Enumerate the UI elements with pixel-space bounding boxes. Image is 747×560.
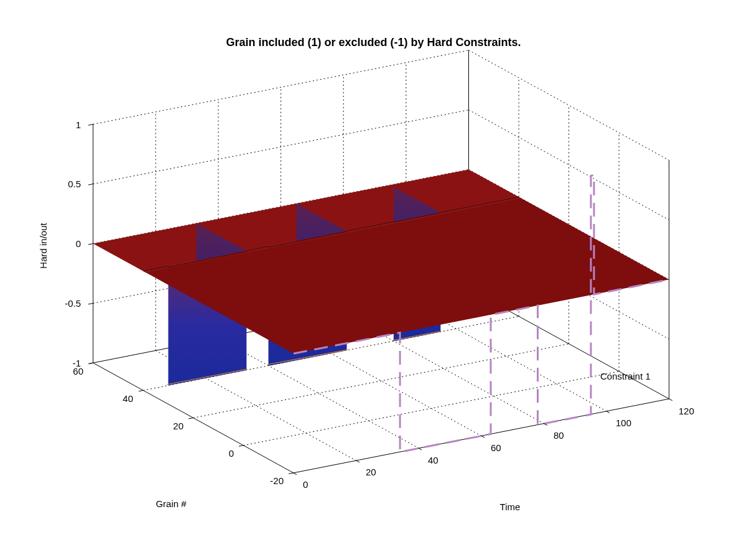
- ztick-1: [88, 303, 93, 304]
- x-tick-label-0: 0: [303, 479, 308, 490]
- ytick-4: [89, 363, 93, 363]
- x-tick-label-5: 100: [616, 418, 631, 428]
- ytick-1: [239, 446, 243, 446]
- floor-grid-y1: [193, 344, 569, 418]
- z-tick-label-3: 0.5: [68, 179, 81, 189]
- x-tick-label-6: 120: [679, 406, 694, 416]
- y-axis-label: Grain #: [155, 498, 187, 509]
- xtick-1: [356, 460, 360, 462]
- y-tick-label-4: 60: [73, 366, 83, 376]
- ytick-0: [289, 473, 294, 474]
- x-tick-label-2: 40: [428, 455, 438, 465]
- z-tick-label-2: 0: [76, 238, 81, 249]
- y-tick-label-0: -20: [270, 475, 284, 486]
- z-tick-label-4: 1: [76, 119, 81, 130]
- ztick-2: [88, 244, 93, 245]
- ztick-3: [88, 184, 93, 185]
- xtick-3: [481, 436, 485, 438]
- ytick-2: [188, 418, 193, 419]
- xtick-2: [419, 448, 422, 450]
- z-axis-label: Hard in/out: [38, 222, 49, 268]
- legend-constraint-1: Constraint 1: [600, 371, 651, 381]
- bl-grid-z3: [93, 110, 469, 184]
- z-tick-label-1: -0.5: [65, 298, 81, 309]
- y-tick-label-2: 20: [173, 421, 183, 431]
- x-tick-label-1: 20: [366, 467, 376, 477]
- ztick-4: [88, 124, 93, 126]
- x-tick-label-3: 60: [491, 442, 501, 453]
- xtick-5: [606, 411, 610, 413]
- y-tick-label-1: 0: [229, 448, 234, 459]
- y-tick-label-3: 40: [123, 393, 133, 404]
- top-right-edge: [469, 50, 669, 161]
- xtick-0: [294, 473, 297, 475]
- top-back-edge: [93, 50, 469, 124]
- axes-3d[interactable]: -1 -0.5 0 0.5 1 60 40 20 0 -20 0 20 40 6…: [0, 0, 747, 560]
- x-axis-label: Time: [500, 502, 521, 512]
- xtick-6: [669, 399, 672, 401]
- x-tick-label-4: 80: [554, 430, 564, 441]
- figure-window: Grain included (1) or excluded (-1) by H…: [0, 0, 747, 560]
- ytick-3: [139, 390, 143, 391]
